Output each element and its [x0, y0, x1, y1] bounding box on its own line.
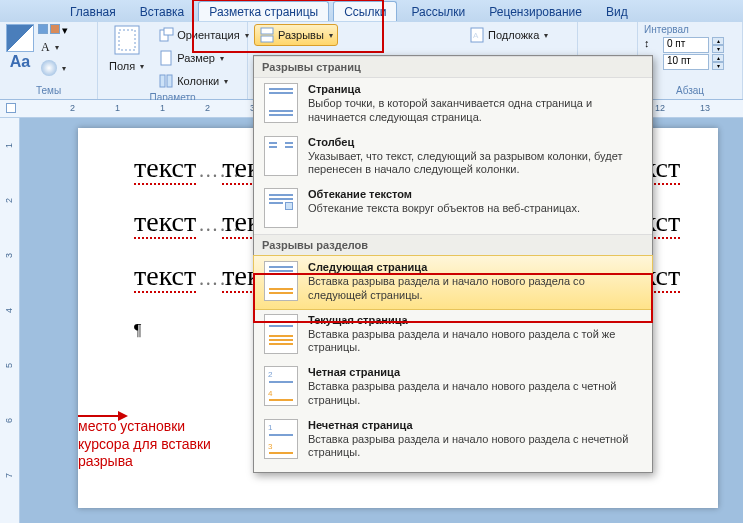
- group-label-paragraph: Абзац: [644, 85, 736, 97]
- menu-item-odd-page[interactable]: 13 Нечетная страница Вставка разрыва раз…: [254, 414, 652, 467]
- annotation-text: место установки курсора для вставки разр…: [78, 418, 218, 471]
- page-break-icon: [264, 83, 298, 123]
- vertical-ruler[interactable]: 1234567: [0, 118, 20, 523]
- columns-button[interactable]: Колонки▾: [153, 70, 253, 92]
- menu-item-continuous[interactable]: Текущая страница Вставка разрыва раздела…: [254, 309, 652, 362]
- svg-text:A: A: [473, 31, 479, 40]
- text-wrap-icon: [264, 188, 298, 228]
- continuous-icon: [264, 314, 298, 354]
- spacing-before-icon: ↕: [644, 37, 660, 53]
- tab-view[interactable]: Вид: [596, 2, 638, 21]
- group-label-themes: Темы: [6, 85, 91, 97]
- svg-rect-4: [161, 51, 171, 65]
- svg-rect-5: [160, 75, 165, 87]
- next-page-icon: [264, 261, 298, 301]
- theme-effects-button[interactable]: ▾: [38, 58, 69, 78]
- tab-references[interactable]: Ссылки: [333, 1, 397, 21]
- spacing-header: Интервал: [644, 24, 724, 36]
- tab-insert[interactable]: Вставка: [130, 2, 195, 21]
- tab-selector[interactable]: [6, 103, 16, 113]
- svg-rect-7: [261, 28, 273, 34]
- themes-icon: [6, 24, 34, 52]
- margins-button[interactable]: Поля▾: [104, 57, 149, 75]
- theme-fonts-button[interactable]: A▾: [38, 38, 69, 57]
- svg-rect-3: [164, 28, 173, 35]
- menu-item-even-page[interactable]: 24 Четная страница Вставка разрыва разде…: [254, 361, 652, 414]
- tab-page-layout[interactable]: Разметка страницы: [198, 1, 329, 21]
- tab-mailings[interactable]: Рассылки: [401, 2, 475, 21]
- breaks-icon: [259, 27, 275, 43]
- tab-review[interactable]: Рецензирование: [479, 2, 592, 21]
- breaks-menu: Разрывы страниц Страница Выбор точки, в …: [253, 55, 653, 473]
- pilcrow-icon: ¶: [134, 321, 141, 338]
- menu-header-section-breaks: Разрывы разделов: [254, 234, 652, 256]
- size-button[interactable]: Размер▾: [153, 47, 253, 69]
- menu-header-page-breaks: Разрывы страниц: [254, 56, 652, 78]
- orientation-icon: [158, 27, 174, 43]
- odd-page-icon: 13: [264, 419, 298, 459]
- watermark-icon: A: [469, 27, 485, 43]
- watermark-button[interactable]: AПодложка▾: [464, 24, 553, 46]
- margins-icon: [111, 24, 143, 56]
- menu-item-page-break[interactable]: Страница Выбор точки, в которой заканчив…: [254, 78, 652, 131]
- menu-item-text-wrapping-break[interactable]: Обтекание текстом Обтекание текста вокру…: [254, 183, 652, 234]
- columns-icon: [158, 73, 174, 89]
- size-icon: [158, 50, 174, 66]
- svg-rect-6: [167, 75, 172, 87]
- spacing-before-field[interactable]: ↕ 0 пт ▴▾: [644, 37, 724, 53]
- menu-item-column-break[interactable]: Столбец Указывает, что текст, следующий …: [254, 131, 652, 184]
- tab-home[interactable]: Главная: [60, 2, 126, 21]
- column-break-icon: [264, 136, 298, 176]
- orientation-button[interactable]: Ориентация▾: [153, 24, 253, 46]
- menu-item-next-page[interactable]: Следующая страница Вставка разрыва разде…: [254, 256, 652, 309]
- ribbon-tabs: Главная Вставка Разметка страницы Ссылки…: [0, 0, 743, 22]
- spacing-after-field[interactable]: ↕ 10 пт ▴▾: [644, 54, 724, 70]
- even-page-icon: 24: [264, 366, 298, 406]
- svg-rect-8: [261, 36, 273, 42]
- breaks-button[interactable]: Разрывы▾: [254, 24, 338, 46]
- aa-icon[interactable]: Aa: [10, 53, 30, 71]
